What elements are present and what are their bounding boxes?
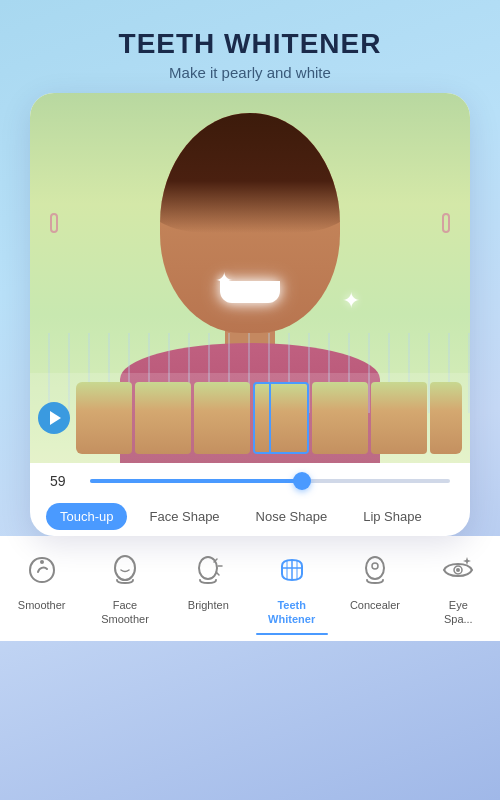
brighten-label: Brighten [188,598,229,612]
photo-container: ✦ ✦ [30,93,470,463]
slider-track[interactable] [90,479,450,483]
page-subtitle: Make it pearly and white [119,64,382,81]
concealer-icon-wrap [351,546,399,594]
tool-concealer[interactable]: Concealer [339,546,411,612]
sparkle-icon-1: ✦ [215,268,233,294]
strip-thumb-6[interactable] [371,382,427,454]
svg-point-9 [456,568,460,572]
hair [160,113,340,233]
photo-card: ✦ ✦ 59 [30,93,470,536]
play-button[interactable] [38,402,70,434]
page-title: TEETH WHITENER [119,28,382,60]
face-smoother-icon-wrap [101,546,149,594]
face-smoother-label: FaceSmoother [101,598,149,627]
slider-fill [90,479,302,483]
strip-thumb-5[interactable] [312,382,368,454]
teeth-whitener-label: TeethWhitener [268,598,315,627]
brighten-icon-wrap [184,546,232,594]
strip-thumb-4[interactable] [253,382,309,454]
svg-point-2 [199,557,217,579]
tab-lip-shape[interactable]: Lip Shape [349,503,436,530]
active-underline [256,633,328,635]
eye-sparkle-icon [440,552,476,588]
tool-eye-sparkle[interactable]: EyeSpa... [422,546,494,627]
sparkle-icon-2: ✦ [342,288,360,314]
strip-scroll[interactable] [76,382,462,454]
tab-touchup[interactable]: Touch-up [46,503,127,530]
svg-point-1 [115,556,135,580]
strip-thumb-7[interactable] [430,382,462,454]
strip-thumb-3[interactable] [194,382,250,454]
photo-strip [30,373,470,463]
bottom-toolbar: Smoother FaceSmoother Brighten [0,536,500,641]
brighten-icon [190,552,226,588]
header-section: TEETH WHITENER Make it pearly and white [99,0,402,93]
smoother-icon [24,552,60,588]
face-smoother-icon [107,552,143,588]
teeth-whitener-icon [274,552,310,588]
strip-thumb-2[interactable] [135,382,191,454]
slider-value: 59 [50,473,78,489]
tool-face-smoother[interactable]: FaceSmoother [89,546,161,627]
face-area [160,113,340,333]
slider-thumb[interactable] [293,472,311,490]
strip-thumb-1[interactable] [76,382,132,454]
smoother-label: Smoother [18,598,66,612]
tool-smoother[interactable]: Smoother [6,546,78,612]
tab-face-shape[interactable]: Face Shape [135,503,233,530]
tab-nose-shape[interactable]: Nose Shape [242,503,342,530]
eye-sparkle-icon-wrap [434,546,482,594]
svg-point-6 [366,557,384,579]
smoother-icon-wrap [18,546,66,594]
tool-teeth-whitener[interactable]: TeethWhitener [256,546,328,635]
tool-brighten[interactable]: Brighten [172,546,244,612]
eye-sparkle-label: EyeSpa... [444,598,473,627]
play-icon [50,411,61,425]
touchup-tabs: Touch-up Face Shape Nose Shape Lip Shape [30,497,470,536]
slider-area: 59 [30,463,470,497]
concealer-icon [357,552,393,588]
concealer-label: Concealer [350,598,400,612]
teeth-whitener-icon-wrap [268,546,316,594]
svg-point-0 [40,560,44,564]
svg-point-7 [372,563,378,569]
strip-indicator [269,382,271,454]
earring-left [50,213,58,233]
earring-right [442,213,450,233]
